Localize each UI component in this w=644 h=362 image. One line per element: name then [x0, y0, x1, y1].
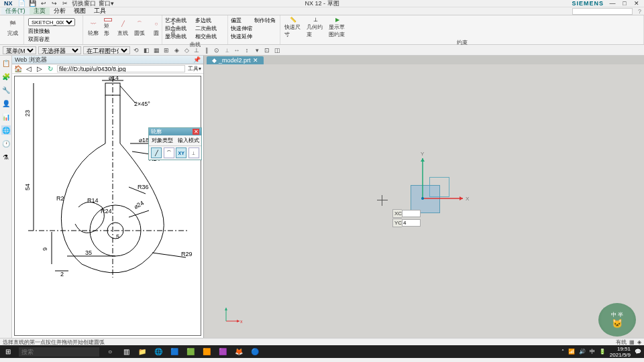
res-hd3d-icon[interactable]: 📊: [1, 112, 11, 121]
qat-redo-icon[interactable]: ↪: [50, 0, 58, 7]
browser-tools-dropdown[interactable]: 工具▾: [188, 65, 201, 72]
profile-line-icon[interactable]: ╱: [151, 147, 162, 158]
qat-window-dropdown[interactable]: 窗口▾: [99, 0, 114, 7]
pin-icon[interactable]: 📌: [193, 56, 201, 63]
tb-icon-3[interactable]: ▦: [152, 46, 160, 54]
rib-poly[interactable]: 多边线: [195, 17, 225, 24]
circle-button[interactable]: ○圆: [150, 18, 162, 37]
status-icn-2[interactable]: ◈: [637, 339, 641, 345]
tb-icon-14[interactable]: ⊡: [263, 46, 271, 54]
tb-icon-4[interactable]: ⊞: [162, 46, 170, 54]
url-input[interactable]: [57, 65, 185, 72]
tb-icon-12[interactable]: ↕: [243, 46, 251, 54]
geo-constraint-button[interactable]: ⊥几何约束: [307, 18, 324, 37]
home-icon[interactable]: 🏠: [14, 65, 22, 73]
fwd-icon[interactable]: ▷: [36, 65, 44, 73]
arc-button[interactable]: ⌒圆弧: [133, 18, 146, 37]
rib-inter[interactable]: 相交曲线: [195, 33, 225, 40]
close-button[interactable]: ✕: [633, 0, 640, 7]
maximize-button[interactable]: □: [621, 0, 628, 7]
res-roles-icon[interactable]: 👤: [1, 99, 11, 108]
tray-chevron-icon[interactable]: ˄: [561, 349, 564, 355]
taskview-icon[interactable]: ▥: [121, 347, 131, 357]
rib-conic[interactable]: 二次曲线: [195, 25, 225, 32]
rib-b2[interactable]: 双面容差: [28, 36, 80, 43]
float-close-icon[interactable]: ✕: [193, 129, 199, 135]
rib-offset[interactable]: 偏置: [231, 17, 254, 24]
tb-icon-8[interactable]: ∥: [203, 46, 211, 54]
yc-input[interactable]: [402, 219, 421, 227]
tab-analysis[interactable]: 分析: [50, 7, 70, 15]
tb-app-2[interactable]: 🟩: [185, 347, 196, 357]
res-history-icon[interactable]: 🕐: [1, 139, 11, 148]
rib-qextend[interactable]: 快速延伸: [231, 33, 254, 40]
cortana-icon[interactable]: ○: [105, 347, 115, 357]
tb-app-5[interactable]: 🦊: [233, 347, 244, 357]
tab-view[interactable]: 视图: [70, 7, 90, 15]
tb-icon-7[interactable]: ⊥: [193, 46, 201, 54]
explorer-icon[interactable]: 📁: [137, 347, 148, 357]
edge-icon[interactable]: 🌐: [153, 347, 164, 357]
line-button[interactable]: ╱直线: [117, 18, 129, 37]
refresh-icon[interactable]: ↻: [46, 65, 54, 73]
tb-app-1[interactable]: 🟦: [169, 347, 180, 357]
notifications-icon[interactable]: 💬: [635, 349, 641, 355]
tray-net-icon[interactable]: 📶: [568, 349, 575, 355]
res-process-icon[interactable]: ⚗: [1, 152, 11, 162]
tb-icon-13[interactable]: ▾: [253, 46, 261, 54]
tb-icon-15[interactable]: ◫: [273, 46, 281, 54]
input-param-icon[interactable]: ⟂: [189, 147, 199, 158]
canvas-area[interactable]: X Y XC YC: [204, 64, 644, 338]
tb-app-3[interactable]: 🟧: [201, 347, 212, 357]
tb-icon-10[interactable]: ⟂: [223, 46, 231, 54]
tb-app-4[interactable]: 🟪: [217, 347, 228, 357]
tb-icon-6[interactable]: ◇: [182, 46, 191, 54]
taskbar-search-input[interactable]: [19, 347, 99, 357]
finish-sketch-button[interactable]: 🏁完成: [4, 18, 21, 37]
tb-icon-1[interactable]: ⟲: [132, 46, 140, 54]
graphics-viewport[interactable]: ◆ _model2.prt ✕ X Y: [204, 56, 644, 338]
scope-dropdown[interactable]: 在工程图中体内: [83, 46, 130, 54]
qat-save-icon[interactable]: 💾: [29, 0, 37, 7]
qat-switchwin-button[interactable]: 切换窗口: [72, 0, 96, 7]
rib-fit[interactable]: 拟合曲线: [165, 25, 195, 32]
qat-new-icon[interactable]: 📄: [18, 0, 26, 7]
xc-input[interactable]: [402, 210, 421, 217]
profile-arc-icon[interactable]: ⌒: [164, 147, 174, 158]
input-xy-icon[interactable]: XY: [176, 147, 186, 158]
profile-button[interactable]: 〰轮廓: [87, 18, 99, 37]
show-constraints-button[interactable]: ▶显示草图约束: [329, 18, 346, 37]
sketch-name-select[interactable]: SKETCH_000: [28, 18, 75, 26]
rib-b1[interactable]: 面接接触: [28, 27, 80, 35]
tb-app-6[interactable]: 🔵: [250, 347, 260, 357]
tab-close-icon[interactable]: ✕: [253, 57, 258, 64]
file-menu[interactable]: 任务(T): [1, 7, 30, 15]
res-assy-icon[interactable]: 🧩: [1, 72, 11, 81]
tray-vol-icon[interactable]: 🔊: [579, 349, 586, 355]
rib-show[interactable]: 显示曲线: [165, 33, 195, 40]
start-button[interactable]: ⊞: [3, 347, 13, 357]
tab-home[interactable]: 主页: [30, 7, 50, 15]
quick-dim-button[interactable]: 📏快速尺寸: [284, 18, 302, 37]
rib-spline[interactable]: 艺术曲线: [165, 17, 195, 24]
tray-batt-icon[interactable]: 🔋: [599, 349, 606, 355]
command-search-input[interactable]: [572, 8, 633, 15]
tb-icon-5[interactable]: ◈: [172, 46, 180, 54]
rect-button[interactable]: 矩形: [104, 18, 112, 37]
tab-tools[interactable]: 工具: [90, 7, 110, 15]
rib-qtrim[interactable]: 快速伸缩: [231, 25, 254, 32]
tb-icon-2[interactable]: ◧: [142, 46, 150, 54]
tray-ime-icon[interactable]: 中: [590, 348, 595, 355]
res-reuse-icon[interactable]: 🔧: [1, 85, 11, 95]
res-web-icon[interactable]: 🌐: [1, 125, 11, 135]
tb-icon-11[interactable]: ↔: [233, 46, 241, 54]
model-tab[interactable]: ◆ _model2.prt ✕: [207, 56, 264, 64]
help-icon[interactable]: ?: [638, 8, 641, 15]
tb-icon-9[interactable]: ⊙: [213, 46, 221, 54]
status-icn-1[interactable]: ▦: [629, 339, 635, 345]
rib-corner[interactable]: 制作转角: [254, 17, 277, 24]
filter-dropdown[interactable]: 无选择器: [38, 46, 81, 54]
qat-cut-icon[interactable]: ✂: [61, 0, 69, 7]
qat-undo-icon[interactable]: ↩: [40, 0, 48, 7]
res-partnav-icon[interactable]: 📋: [1, 58, 11, 68]
